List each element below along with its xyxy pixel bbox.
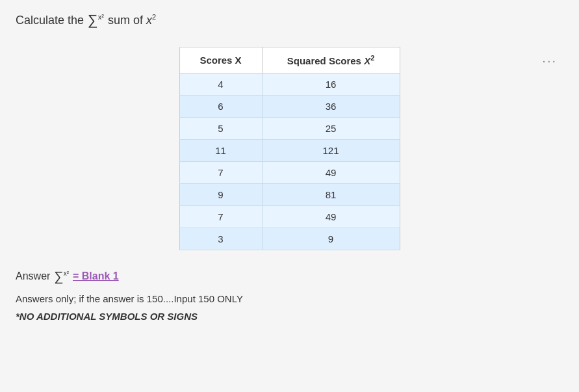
table-row: 416 [179,73,400,96]
score-cell: 4 [179,73,262,96]
answer-section: Answer ∑x² = Blank 1 Answers only; if th… [16,270,563,322]
table-row: 525 [179,118,400,140]
squared-cell: 49 [262,162,400,184]
prefix-text: Calculate the [16,14,84,27]
score-cell: 7 [179,206,262,228]
blank-answer[interactable]: = Blank 1 [73,270,119,282]
more-options-button[interactable]: ··· [542,53,557,68]
table-section: Scores X Squared Scores X2 4166365251112… [16,47,563,250]
score-cell: 5 [179,118,262,140]
sigma-char: ∑ [88,13,98,27]
suffix-text: sum of x2 [108,13,156,27]
col-squared-header: Squared Scores X2 [262,47,400,73]
score-cell: 9 [179,184,262,206]
table-row: 11121 [179,140,400,162]
x2-superscript: x² [98,13,104,21]
squared-cell: 81 [262,184,400,206]
note-line2: *NO ADDITIONAL SYMBOLS OR SIGNS [16,311,563,322]
table-row: 749 [179,206,400,228]
sigma-formula: ∑x² [88,13,104,27]
squared-cell: 121 [262,140,400,162]
squared-cell: 25 [262,118,400,140]
answer-x2: x² [64,270,69,277]
answer-label: Answer [16,270,50,282]
col-scores-header: Scores X [179,47,262,73]
table-row: 39 [179,228,400,250]
note-line1: Answers only; if the answer is 150....In… [16,293,563,304]
squared-cell: 16 [262,73,400,96]
score-cell: 6 [179,96,262,118]
score-cell: 7 [179,162,262,184]
answer-line: Answer ∑x² = Blank 1 [16,270,563,283]
answer-formula: ∑x² [54,270,69,283]
squared-cell: 9 [262,228,400,250]
score-cell: 3 [179,228,262,250]
table-row: 981 [179,184,400,206]
answer-sigma: ∑ [54,270,63,283]
header-section: Calculate the ∑x² sum of x2 [16,13,563,27]
table-row: 636 [179,96,400,118]
score-cell: 11 [179,140,262,162]
squared-cell: 49 [262,206,400,228]
table-header-row: Scores X Squared Scores X2 [179,47,400,73]
squared-cell: 36 [262,96,400,118]
instruction-text: Calculate the ∑x² sum of x2 [16,13,563,27]
scores-table: Scores X Squared Scores X2 4166365251112… [179,47,400,250]
table-row: 749 [179,162,400,184]
